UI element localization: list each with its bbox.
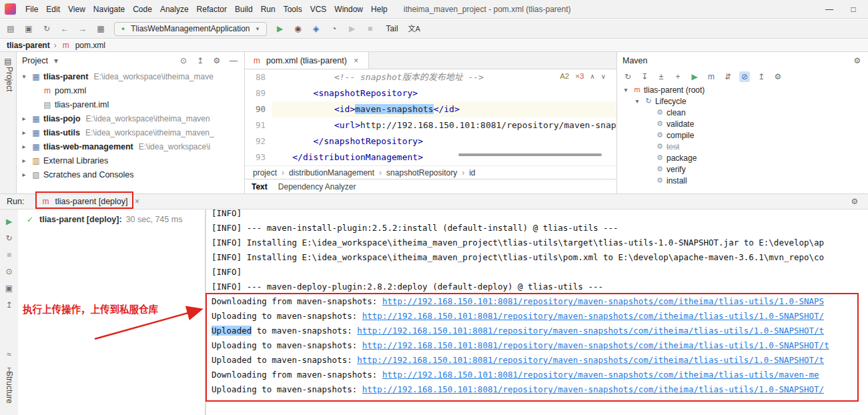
chevron-down-icon[interactable]: ▾ — [19, 73, 29, 80]
locate-icon[interactable]: ⊙ — [178, 55, 189, 66]
editor-bottom-tab-text[interactable]: Text — [252, 182, 268, 191]
run-configuration-select[interactable]: ● TliasWebManagementApplication ▾ — [114, 22, 267, 36]
menu-build[interactable]: Build — [231, 5, 257, 14]
horizontal-scrollbar[interactable] — [458, 153, 602, 156]
breadcrumb-item[interactable]: tlias-parent — [7, 41, 50, 50]
skip-tests-icon[interactable]: ⊘ — [739, 71, 750, 82]
debug-icon[interactable]: ◉ — [293, 23, 304, 34]
expand-all-icon[interactable]: ± — [656, 71, 667, 82]
chevron-right-icon[interactable]: ▸ — [19, 171, 29, 178]
profiler-icon[interactable]: ◔ — [329, 23, 340, 34]
menu-file[interactable]: File — [21, 5, 42, 14]
chevron-right-icon[interactable]: ▸ — [19, 157, 29, 164]
add-icon[interactable]: + — [673, 71, 683, 82]
tree-item-validate[interactable]: ⚙validate — [617, 118, 868, 129]
wrench-icon[interactable]: ⚙ — [773, 71, 783, 82]
settings-icon[interactable]: ⚙ — [211, 55, 222, 66]
tree-item-package[interactable]: ⚙package — [617, 152, 868, 163]
run-tab-deploy[interactable]: m tlias-parent [deploy] × — [35, 194, 147, 210]
gear-icon[interactable]: ⚙ — [849, 196, 860, 207]
menu-analyze[interactable]: Analyze — [156, 5, 193, 14]
console-link[interactable]: http://192.168.150.101:8081/repository/m… — [382, 370, 819, 380]
tree-item-verify[interactable]: ⚙verify — [617, 163, 868, 175]
rerun-failed-icon[interactable]: ↻ — [4, 233, 15, 244]
editor-tab-pom[interactable]: m pom.xml (tlias-parent) × — [245, 52, 369, 69]
coverage-icon[interactable]: ◈ — [311, 23, 322, 34]
maximize-icon[interactable]: □ — [848, 4, 859, 15]
close-icon[interactable]: × — [132, 196, 143, 207]
toggle-offline-icon[interactable]: ⇵ — [723, 71, 733, 82]
console-link[interactable]: http://192.168.150.101:8081/repository/m… — [362, 384, 824, 394]
screenshot-icon[interactable]: ▣ — [4, 283, 15, 294]
xml-breadcrumb-item[interactable]: distributionManagement — [289, 168, 374, 177]
translate-icon[interactable]: 文A — [406, 23, 422, 34]
execute-goal-icon[interactable]: m — [706, 71, 717, 82]
tree-item-tlias-web-management[interactable]: ▸▦tlias-web-managementE:\idea_workspace\… — [17, 139, 244, 153]
menu-tools[interactable]: Tools — [280, 5, 306, 14]
menu-help[interactable]: Help — [367, 5, 392, 14]
open-icon[interactable]: ▤ — [5, 23, 16, 34]
menu-edit[interactable]: Edit — [42, 5, 64, 14]
gear-icon[interactable]: ⚙ — [852, 55, 863, 66]
menu-navigate[interactable]: Navigate — [89, 5, 129, 14]
tool-window-button-structure[interactable]: Structure — [5, 371, 14, 404]
back-icon[interactable]: ← — [59, 23, 70, 34]
run-icon[interactable]: ▶ — [275, 23, 286, 34]
tree-item-lifecycle[interactable]: ▾↻Lifecycle — [617, 95, 868, 107]
menu-code[interactable]: Code — [129, 5, 156, 14]
run-console[interactable]: [INFO][INFO] --- maven-install-plugin:2.… — [205, 210, 868, 415]
collapse-all-icon[interactable]: ↥ — [195, 55, 205, 66]
tree-item-pom-xml[interactable]: mpom.xml — [17, 83, 244, 97]
download-sources-icon[interactable]: ↧ — [639, 71, 650, 82]
breadcrumb-item[interactable]: pom.xml — [75, 41, 105, 50]
tree-item-test[interactable]: ⚙test — [617, 141, 868, 152]
inspection-widget[interactable]: A2 ×3 ∧ ∨ — [557, 71, 608, 81]
forward-icon[interactable]: → — [77, 23, 88, 34]
console-link[interactable]: http://192.168.150.101:8081/repository/m… — [362, 311, 824, 321]
chevron-right-icon[interactable]: ▸ — [19, 115, 29, 122]
tool-window-button-project[interactable]: Project — [5, 67, 14, 91]
project-tool-window-icon[interactable]: ▤ — [3, 56, 13, 67]
close-icon[interactable]: × — [351, 55, 362, 66]
soft-wrap-icon[interactable]: ≈ — [4, 349, 15, 360]
tree-item-external-libraries[interactable]: ▸▥External Libraries — [17, 153, 244, 167]
menu-view[interactable]: View — [64, 5, 89, 14]
xml-breadcrumb-item[interactable]: id — [469, 168, 475, 177]
menu-vcs[interactable]: VCS — [306, 5, 331, 14]
chevron-right-icon[interactable]: ▸ — [19, 129, 29, 136]
tree-item-clean[interactable]: ⚙clean — [617, 107, 868, 118]
tree-item-compile[interactable]: ⚙compile — [617, 129, 868, 141]
console-link[interactable]: http://192.168.150.101:8081/repository/m… — [382, 296, 824, 306]
tree-item-tlias-utils[interactable]: ▸▦tlias-utilsE:\idea_workspace\itheima_m… — [17, 125, 244, 139]
tree-item-install[interactable]: ⚙install — [617, 175, 868, 186]
run-maven-icon[interactable]: ▶ — [689, 71, 700, 82]
minimize-icon[interactable]: — — [824, 4, 835, 15]
sync-icon[interactable]: ↻ — [41, 23, 52, 34]
tree-item-scratches-and-consoles[interactable]: ▸▧Scratches and Consoles — [17, 167, 244, 181]
save-all-icon[interactable]: ▣ — [23, 23, 34, 34]
xml-breadcrumb-item[interactable]: project — [253, 168, 277, 177]
reimport-icon[interactable]: ↻ — [622, 71, 633, 82]
editor-body[interactable]: 888990919293 <!-- snapshot版本的发布地址 --><sn… — [245, 69, 616, 165]
hide-icon[interactable]: — — [228, 55, 239, 66]
run-disabled-icon[interactable]: ▶ — [347, 23, 358, 34]
build-icon[interactable]: ▦ — [95, 23, 106, 34]
tree-item-tlias-parent-iml[interactable]: ▤tlias-parent.iml — [17, 97, 244, 111]
console-link[interactable]: http://192.168.150.101:8081/repository/m… — [357, 326, 824, 336]
console-link[interactable]: http://192.168.150.101:8081/repository/m… — [362, 340, 829, 350]
menu-window[interactable]: Window — [330, 5, 367, 14]
menu-refactor[interactable]: Refactor — [193, 5, 231, 14]
filter-icon[interactable]: ⊙ — [4, 266, 15, 277]
rerun-icon[interactable]: ▶ — [4, 216, 15, 227]
run-result-row[interactable]: ✓ tlias-parent [deploy]: 30 sec, 745 ms — [18, 210, 205, 225]
chevron-right-icon[interactable]: ▸ — [19, 143, 29, 150]
editor-bottom-tab-dependency-analyzer[interactable]: Dependency Analyzer — [278, 182, 356, 191]
stop-disabled-icon[interactable]: ■ — [365, 23, 376, 34]
chevron-down-icon[interactable]: ▾ — [621, 86, 630, 93]
chevron-down-icon[interactable]: ▾ — [51, 55, 61, 66]
chevron-down-icon[interactable]: ▾ — [632, 97, 642, 105]
tree-item-tlias-pojo[interactable]: ▸▦tlias-pojoE:\idea_workspace\itheima_ma… — [17, 111, 244, 125]
next-problem-icon[interactable]: ∨ — [601, 73, 606, 80]
tree-item-tlias-parent[interactable]: ▾▦tlias-parentE:\idea_workspace\itheima_… — [17, 69, 244, 83]
tail-button[interactable]: Tail — [386, 24, 398, 33]
